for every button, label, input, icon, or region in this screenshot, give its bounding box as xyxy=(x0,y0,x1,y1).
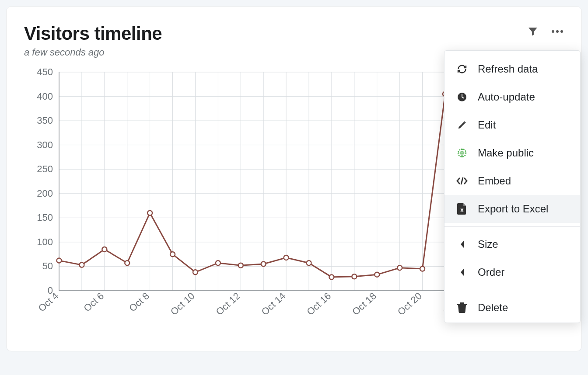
svg-text:Oct 18: Oct 18 xyxy=(350,290,378,317)
svg-point-66 xyxy=(193,270,198,274)
card-menu: Refresh data Auto-update Edit Make publi… xyxy=(444,50,581,323)
svg-point-0 xyxy=(552,30,554,33)
more-icon[interactable] xyxy=(551,29,564,34)
svg-point-1 xyxy=(556,30,559,33)
svg-point-64 xyxy=(147,211,152,215)
refresh-icon xyxy=(456,63,468,75)
menu-label: Edit xyxy=(478,119,496,131)
svg-point-68 xyxy=(238,263,243,268)
menu-label: Make public xyxy=(478,147,534,159)
svg-text:200: 200 xyxy=(37,188,53,199)
svg-point-60 xyxy=(57,258,62,263)
svg-point-2 xyxy=(560,30,563,33)
svg-text:Oct 16: Oct 16 xyxy=(304,290,333,317)
svg-text:150: 150 xyxy=(37,212,53,223)
svg-text:350: 350 xyxy=(37,115,53,126)
menu-auto-update[interactable]: Auto-update xyxy=(444,83,580,111)
svg-point-70 xyxy=(284,255,289,260)
menu-label: Delete xyxy=(478,302,508,314)
svg-text:Oct 14: Oct 14 xyxy=(259,290,288,317)
menu-label: Embed xyxy=(478,175,511,187)
trash-icon xyxy=(456,302,468,314)
svg-point-62 xyxy=(102,247,107,252)
filter-icon[interactable] xyxy=(527,26,539,37)
menu-order[interactable]: Order xyxy=(444,258,580,286)
caret-left-icon xyxy=(456,266,468,278)
header-actions xyxy=(527,26,564,37)
clock-icon xyxy=(456,91,468,103)
menu-label: Export to Excel xyxy=(478,203,548,215)
caret-left-icon xyxy=(456,238,468,250)
svg-text:Oct 10: Oct 10 xyxy=(168,290,197,317)
svg-text:50: 50 xyxy=(42,260,53,271)
menu-label: Auto-update xyxy=(478,91,535,103)
svg-point-69 xyxy=(261,261,266,266)
menu-label: Refresh data xyxy=(478,63,538,75)
svg-text:300: 300 xyxy=(37,139,53,150)
menu-divider xyxy=(444,226,580,227)
svg-point-72 xyxy=(329,274,334,279)
menu-embed[interactable]: Embed xyxy=(444,167,580,195)
svg-text:Oct 20: Oct 20 xyxy=(396,290,424,317)
card-title: Visitors timeline xyxy=(24,23,162,44)
title-block: Visitors timeline a few seconds ago xyxy=(24,23,162,58)
svg-text:100: 100 xyxy=(37,236,53,247)
svg-point-74 xyxy=(374,272,379,277)
svg-text:Oct 12: Oct 12 xyxy=(214,290,242,317)
chart-card: Visitors timeline a few seconds ago 0501… xyxy=(6,6,582,351)
svg-text:400: 400 xyxy=(37,91,53,102)
svg-point-67 xyxy=(216,260,220,265)
excel-file-icon: X xyxy=(456,203,468,215)
pencil-icon xyxy=(456,119,468,131)
menu-divider xyxy=(444,290,580,290)
svg-point-75 xyxy=(397,265,402,270)
svg-text:Oct 6: Oct 6 xyxy=(81,290,106,314)
menu-make-public[interactable]: Make public xyxy=(444,139,580,167)
card-subtitle: a few seconds ago xyxy=(24,47,162,58)
svg-text:Oct 8: Oct 8 xyxy=(127,290,151,314)
svg-point-73 xyxy=(352,274,357,279)
menu-size[interactable]: Size xyxy=(444,230,580,258)
svg-point-71 xyxy=(307,260,312,265)
menu-edit[interactable]: Edit xyxy=(444,111,580,139)
menu-label: Order xyxy=(478,266,504,278)
code-icon xyxy=(456,175,468,187)
svg-point-65 xyxy=(170,252,175,257)
svg-text:450: 450 xyxy=(37,68,53,77)
menu-export-excel[interactable]: X Export to Excel xyxy=(444,195,580,223)
svg-text:250: 250 xyxy=(37,163,53,174)
menu-refresh-data[interactable]: Refresh data xyxy=(444,55,580,83)
svg-point-63 xyxy=(125,260,130,265)
globe-icon xyxy=(456,147,468,159)
menu-delete[interactable]: Delete xyxy=(444,294,580,322)
svg-point-61 xyxy=(79,263,84,267)
svg-text:X: X xyxy=(460,208,464,213)
menu-label: Size xyxy=(478,238,498,250)
svg-point-76 xyxy=(420,267,425,271)
